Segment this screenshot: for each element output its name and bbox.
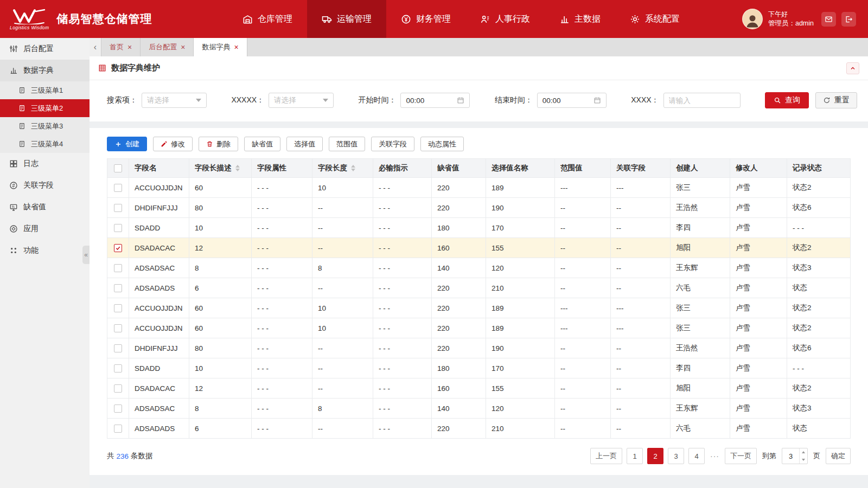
sidebar-item[interactable]: 三级菜单3: [0, 117, 90, 135]
table-cell: 卢雪: [730, 399, 787, 419]
column-header-label: 必输指示: [379, 163, 408, 173]
row-checkbox[interactable]: [114, 304, 122, 312]
row-checkbox[interactable]: [114, 264, 122, 272]
row-checkbox[interactable]: [114, 384, 122, 393]
logout-button[interactable]: [841, 12, 856, 27]
column-header: 范围值: [555, 159, 611, 178]
xxxxx-select[interactable]: 请选择: [269, 93, 334, 108]
sort-icon[interactable]: [351, 165, 355, 171]
column-header[interactable]: 字段长度: [312, 159, 373, 178]
column-header-label: 修改人: [736, 163, 758, 173]
table-row: ADSADSAC8- - -8- - -140120----王东辉卢雪状态3: [107, 399, 851, 419]
pagination-page-button[interactable]: 1: [627, 448, 643, 464]
select-all-checkbox[interactable]: [114, 164, 122, 172]
row-checkbox[interactable]: [114, 224, 122, 232]
row-checkbox[interactable]: [114, 244, 122, 252]
nav-item[interactable]: 仓库管理: [228, 0, 307, 38]
sidebar-item[interactable]: 三级菜单1: [0, 81, 90, 99]
table-cell: 10: [312, 178, 373, 198]
table-cell: --: [555, 338, 611, 358]
table-cell: 卢雪: [730, 178, 787, 198]
sidebar-item[interactable]: 关联字段: [0, 175, 90, 196]
toolbar-button[interactable]: 删除: [199, 137, 238, 151]
tab-back-button[interactable]: ‹: [90, 38, 101, 56]
toolbar-button[interactable]: 选择值: [286, 137, 323, 151]
spinner-up-button[interactable]: [800, 448, 807, 456]
end-time-input[interactable]: 00:00: [537, 93, 607, 108]
row-checkbox[interactable]: [114, 204, 122, 212]
table-cell: 李四: [671, 218, 730, 238]
close-icon[interactable]: ×: [234, 43, 238, 52]
row-checkbox[interactable]: [114, 284, 122, 292]
toolbar-button[interactable]: 范围值: [329, 137, 365, 151]
sidebar-item[interactable]: 应用: [0, 218, 90, 240]
toolbar-button[interactable]: 动态属性: [420, 137, 464, 151]
table-cell: 状态3: [787, 258, 851, 278]
mail-button[interactable]: [821, 12, 836, 27]
row-checkbox[interactable]: [114, 404, 122, 413]
table-cell: 王东辉: [671, 399, 730, 419]
table-cell: 状态: [787, 419, 851, 439]
gear-icon: [630, 14, 640, 24]
table-cell: ACCUOJJDJN: [129, 298, 189, 318]
pagination-next-button[interactable]: 下一页: [725, 448, 757, 464]
goto-page-input[interactable]: 3: [782, 448, 808, 464]
start-time-input[interactable]: 00:00: [400, 93, 470, 108]
pagination-page-button[interactable]: 2: [647, 448, 663, 464]
table-cell: - - -: [252, 358, 312, 378]
sidebar-item[interactable]: 数据字典: [0, 60, 90, 81]
table-cell: DSADACAC: [129, 238, 189, 258]
sort-icon[interactable]: [235, 165, 240, 171]
column-header: 字段属性: [252, 159, 312, 178]
sidebar-item[interactable]: 后台配置: [0, 38, 90, 60]
sidebar-item[interactable]: 功能: [0, 240, 90, 261]
pagination-page-button[interactable]: 4: [688, 448, 705, 464]
table-cell: 卢雪: [730, 198, 787, 218]
sidebar-collapse-handle[interactable]: «: [82, 246, 90, 264]
pagination-confirm-button[interactable]: 确定: [826, 448, 851, 464]
avatar[interactable]: [742, 9, 763, 29]
pagination-prev-button[interactable]: 上一页: [590, 448, 622, 464]
table-cell: - - -: [373, 419, 432, 439]
column-header-inner: 创建人: [676, 163, 724, 173]
query-button[interactable]: 查询: [765, 92, 809, 108]
toolbar-button[interactable]: 关联字段: [371, 137, 414, 151]
table-cell: - - -: [787, 218, 851, 238]
toolbar-button[interactable]: 创建: [107, 137, 147, 151]
toolbar-button[interactable]: 缺省值: [244, 137, 280, 151]
nav-item[interactable]: 系统配置: [615, 0, 694, 38]
nav-item[interactable]: 运输管理: [307, 0, 386, 38]
nav-item[interactable]: 主数据: [545, 0, 615, 38]
row-checkbox[interactable]: [114, 344, 122, 352]
tab[interactable]: 首页×: [101, 38, 141, 56]
table-cell: 189: [486, 298, 555, 318]
close-icon[interactable]: ×: [127, 43, 132, 52]
spinner-down-button[interactable]: [800, 456, 807, 464]
sidebar-item[interactable]: 缺省值: [0, 196, 90, 218]
close-icon[interactable]: ×: [181, 43, 185, 52]
panel-collapse-button[interactable]: [846, 62, 859, 74]
sidebar-item[interactable]: 三级菜单2: [0, 99, 90, 117]
reset-button[interactable]: 重置: [815, 92, 857, 108]
log-icon: [9, 159, 18, 168]
sidebar-item[interactable]: 三级菜单4: [0, 135, 90, 153]
tab[interactable]: 后台配置×: [141, 38, 194, 56]
sidebar-item[interactable]: 日志: [0, 153, 90, 175]
column-header[interactable]: 字段长描述: [189, 159, 252, 178]
row-checkbox[interactable]: [114, 364, 122, 373]
row-checkbox[interactable]: [114, 425, 122, 433]
pagination-page-button[interactable]: 3: [668, 448, 684, 464]
table-cell: --: [312, 378, 373, 399]
search-select[interactable]: 请选择: [142, 93, 207, 108]
nav-item[interactable]: 人事行政: [465, 0, 545, 38]
table-cell: 189: [486, 178, 555, 198]
tab[interactable]: 数据字典×: [194, 38, 247, 56]
main-content: 数据字典维护 搜索项： 请选择 XXXXX： 请选择 开始: [90, 56, 868, 488]
xxxx-input[interactable]: [663, 93, 741, 108]
toolbar-button[interactable]: 修改: [153, 137, 193, 151]
nav-item[interactable]: 财务管理: [386, 0, 465, 38]
row-checkbox[interactable]: [114, 324, 122, 332]
table-cell: 220: [432, 338, 486, 358]
table-cell: 10: [312, 318, 373, 338]
row-checkbox[interactable]: [114, 184, 122, 192]
